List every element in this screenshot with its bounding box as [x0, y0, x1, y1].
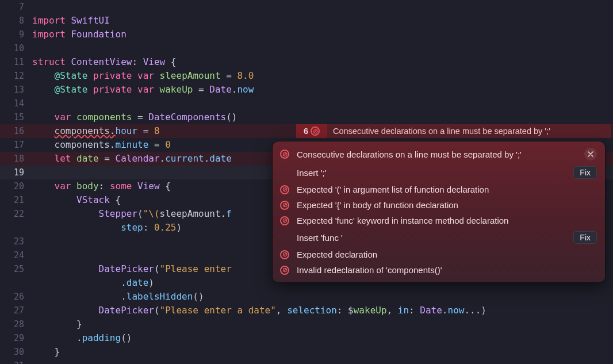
attr-state: @State [55, 84, 88, 95]
code-line[interactable]: 14 [0, 97, 613, 110]
identifier: wakeUp [354, 305, 387, 316]
line-number: 12 [0, 69, 32, 83]
error-count-badge[interactable]: 6 ⊘ [296, 124, 327, 138]
code-line[interactable]: 26 .labelsHidden() [0, 290, 613, 304]
number-literal: 0.25 [154, 222, 177, 233]
line-number: 25 [0, 262, 32, 276]
property: minute [116, 139, 149, 150]
line-number: 24 [0, 248, 32, 262]
keyword: private [93, 70, 132, 81]
code-line[interactable]: 30 } [0, 345, 613, 359]
property: current [165, 153, 204, 164]
property: now [237, 84, 254, 95]
diagnostic-item[interactable]: ⊘ Consecutive declarations on a line mus… [273, 145, 605, 163]
code-line[interactable]: 9 import Foundation [0, 28, 613, 41]
code-line[interactable]: 13 @State private var wakeUp = Date.now [0, 83, 613, 97]
diagnostic-text: Consecutive declarations on a line must … [297, 150, 577, 159]
code-line[interactable]: 11 struct ContentView: View { [0, 55, 613, 69]
line-number: 18 [0, 152, 32, 166]
diagnostic-text: Expected 'func' keyword in instance meth… [297, 216, 597, 225]
identifier: sleepAmount [160, 70, 221, 81]
fix-button[interactable]: Fix [573, 231, 597, 244]
keyword-struct: struct [32, 56, 66, 67]
line-number: 23 [0, 235, 32, 248]
code-line[interactable]: 7 [0, 0, 613, 14]
fix-button[interactable]: Fix [573, 166, 597, 179]
type-name: DatePicker [99, 263, 154, 274]
line-number: 17 [0, 138, 32, 152]
line-number: 30 [0, 345, 32, 359]
code-line[interactable]: 31 [0, 359, 613, 364]
line-number: 21 [0, 193, 32, 207]
code-line[interactable]: 15 var components = DateComponents() [0, 110, 613, 124]
error-count: 6 [304, 127, 308, 136]
line-number: 16 [0, 124, 32, 138]
inline-error-message: Consecutive declarations on a line must … [327, 127, 550, 136]
line-number: 13 [0, 83, 32, 97]
identifier: date [76, 153, 99, 164]
line-number: 28 [0, 317, 32, 331]
type-name: VStack [76, 194, 110, 205]
close-button[interactable] [584, 148, 597, 160]
diagnostic-fix-item[interactable]: ⊘ Insert 'func ' Fix [273, 228, 605, 247]
line-number: 22 [0, 207, 32, 221]
diagnostic-text: Expected '{' in body of function declara… [297, 200, 597, 210]
code-line[interactable]: 8 import SwiftUI [0, 14, 613, 28]
line-number: 8 [0, 14, 32, 28]
keyword-import: import [32, 15, 66, 26]
method: date [209, 153, 232, 164]
diagnostic-text: Insert ';' [297, 168, 566, 178]
identifier: components [55, 139, 110, 150]
type-name: Stepper [99, 208, 137, 219]
protocol-name: View [143, 56, 166, 67]
line-number: 20 [0, 179, 32, 193]
number-literal: 0 [165, 139, 171, 150]
code-line[interactable]: 10 [0, 41, 613, 55]
type-name: Date [209, 84, 232, 95]
type-name: DateComponents [148, 112, 226, 122]
method: padding [82, 332, 121, 343]
property: now [448, 305, 465, 316]
line-number: 19 [0, 166, 32, 179]
diagnostics-popup[interactable]: ⊘ Consecutive declarations on a line mus… [273, 141, 605, 282]
string-literal: "Please enter a date" [160, 305, 276, 316]
line-number: 29 [0, 331, 32, 345]
diagnostic-fix-item[interactable]: ⊘ Insert ';' Fix [273, 163, 605, 182]
cursor [55, 166, 55, 176]
diagnostic-item[interactable]: ⊘ Expected '(' in argument list of funct… [273, 182, 605, 197]
diagnostic-text: Expected '(' in argument list of functio… [297, 185, 597, 194]
error-token: components [55, 125, 110, 136]
type-name: DatePicker [99, 305, 154, 316]
error-icon: ⊘ [311, 127, 320, 136]
attr-state: @State [55, 70, 88, 81]
identifier: sleepAmount [160, 208, 221, 219]
diagnostic-item[interactable]: ⊘ Expected declaration [273, 247, 605, 262]
code-line[interactable]: 12 @State private var sleepAmount = 8.0 [0, 69, 613, 83]
line-number: 9 [0, 28, 32, 41]
inline-error-banner[interactable]: 6 ⊘ Consecutive declarations on a line m… [296, 124, 611, 138]
keyword: let [55, 153, 71, 164]
string-literal: "Please enter [160, 263, 232, 274]
property: date [127, 277, 149, 288]
method: labelsHidden [127, 291, 193, 302]
diagnostic-item[interactable]: ⊘ Expected '{' in body of function decla… [273, 197, 605, 213]
type-name: Calendar [116, 153, 160, 164]
keyword: var [55, 112, 71, 122]
line-number: 10 [0, 41, 32, 55]
error-icon: ⊘ [280, 266, 289, 275]
line-number: 11 [0, 55, 32, 69]
code-line[interactable]: 29 .padding() [0, 331, 613, 345]
error-icon: ⊘ [280, 150, 289, 159]
diagnostic-item[interactable]: ⊘ Invalid redeclaration of 'components()… [273, 262, 605, 278]
line-number: 27 [0, 304, 32, 317]
diagnostic-item[interactable]: ⊘ Expected 'func' keyword in instance me… [273, 213, 605, 228]
arg-label: in [398, 305, 409, 316]
number-literal: 8.0 [237, 70, 254, 81]
keyword: var [137, 70, 154, 81]
code-line[interactable]: 28 } [0, 317, 613, 331]
identifier: body [76, 181, 99, 191]
arg-label: selection [287, 305, 337, 316]
line-number: 26 [0, 290, 32, 304]
code-line[interactable]: 27 DatePicker("Please enter a date", sel… [0, 304, 613, 317]
error-icon: ⊘ [280, 201, 289, 210]
